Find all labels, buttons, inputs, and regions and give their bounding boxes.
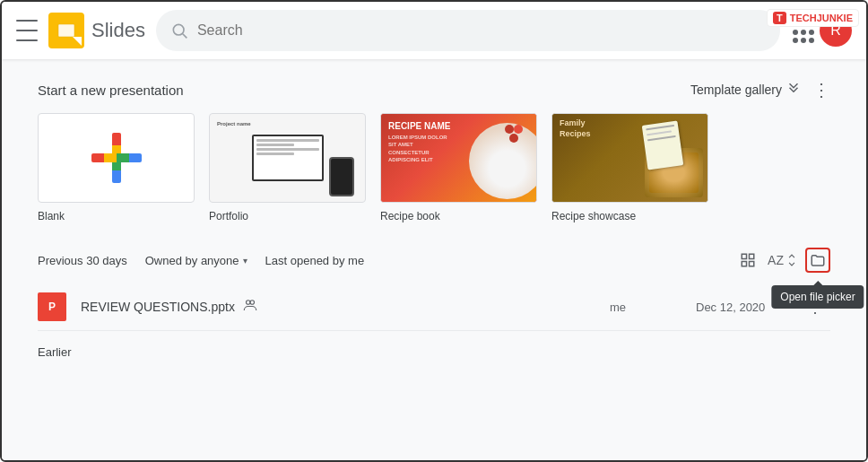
recipe-showcase-template-thumb: FamilyRecipes <box>551 113 708 203</box>
filter-opened-label: Last opened by me <box>265 254 365 267</box>
svg-point-9 <box>250 301 255 305</box>
files-filter-row: Previous 30 days Owned by anyone ▾ Last … <box>38 248 830 273</box>
techjunkie-label: TECHJUNKIE <box>790 13 853 23</box>
earlier-section-label: Earlier <box>38 345 830 359</box>
templates-row: Blank Project name Portfolio <box>38 113 830 222</box>
google-plus-icon <box>91 133 142 183</box>
owner-filter-arrow-icon: ▾ <box>243 256 247 266</box>
recipe-showcase-template-label: Recipe showcase <box>551 210 708 222</box>
svg-rect-5 <box>750 254 754 258</box>
slides-logo-icon <box>48 13 84 48</box>
grid-view-button[interactable] <box>735 248 760 273</box>
slides-logo: Slides <box>48 13 145 48</box>
svg-point-8 <box>246 301 250 305</box>
recipe-book-template-label: Recipe book <box>380 210 537 222</box>
blank-template-card[interactable]: Blank <box>38 113 195 222</box>
recipe-showcase-template-card[interactable]: FamilyRecipes Recipe showcase <box>551 113 708 222</box>
file-owner: me <box>610 301 681 314</box>
shared-users-icon <box>242 297 258 317</box>
templates-section-header: Start a new presentation Template galler… <box>38 81 830 99</box>
open-file-picker-button[interactable] <box>805 248 830 273</box>
view-icons: AZ Open file picker <box>735 248 830 273</box>
techjunkie-t-icon: T <box>773 12 786 24</box>
topbar: Slides R T TECHJUNKIE <box>2 2 866 59</box>
file-list: P REVIEW QUESTIONS.pptx me Dec 12, 2020 … <box>38 283 830 331</box>
search-bar[interactable] <box>156 10 780 51</box>
svg-rect-6 <box>742 262 746 266</box>
file-type-icon: P <box>38 292 66 321</box>
search-input[interactable] <box>197 22 766 39</box>
open-file-picker-tooltip: Open file picker <box>771 285 864 309</box>
svg-rect-0 <box>58 24 74 37</box>
recipe-book-template-thumb: RECIPE NAME Lorem ipsum dolor sit amet c… <box>380 113 537 203</box>
section-actions: Template gallery ⋮ <box>690 81 830 99</box>
portfolio-phone-icon <box>329 157 354 196</box>
owner-filter-dropdown[interactable]: Owned by anyone ▾ <box>145 254 247 267</box>
recipe-book-template-card[interactable]: RECIPE NAME Lorem ipsum dolor sit amet c… <box>380 113 537 222</box>
portfolio-template-card[interactable]: Project name Portfolio <box>209 113 366 222</box>
app-title: Slides <box>91 19 145 42</box>
recipe-text-overlay: RECIPE NAME Lorem ipsum dolor sit amet c… <box>388 121 451 164</box>
file-name: REVIEW QUESTIONS.pptx <box>81 297 595 317</box>
techjunkie-badge: T TECHJUNKIE <box>767 9 859 27</box>
search-icon <box>170 22 188 39</box>
svg-rect-4 <box>742 254 746 258</box>
portfolio-screen-icon <box>252 135 324 181</box>
template-gallery-button[interactable]: Template gallery <box>690 82 802 98</box>
portfolio-template-label: Portfolio <box>209 210 366 222</box>
svg-point-2 <box>173 24 184 35</box>
main-content: Start a new presentation Template galler… <box>2 59 866 462</box>
hamburger-menu-button[interactable] <box>16 20 38 41</box>
svg-line-3 <box>183 34 187 39</box>
blank-template-label: Blank <box>38 210 195 222</box>
table-row[interactable]: P REVIEW QUESTIONS.pptx me Dec 12, 2020 … <box>38 283 830 331</box>
filter-period-label: Previous 30 days <box>38 254 127 267</box>
portfolio-template-thumb: Project name <box>209 113 366 203</box>
templates-section-title: Start a new presentation <box>38 83 184 98</box>
more-options-button[interactable]: ⋮ <box>812 81 830 99</box>
sort-az-button[interactable]: AZ <box>768 253 798 267</box>
svg-rect-7 <box>750 262 754 266</box>
blank-template-thumb <box>38 113 195 203</box>
file-picker-container: Open file picker <box>805 248 830 273</box>
